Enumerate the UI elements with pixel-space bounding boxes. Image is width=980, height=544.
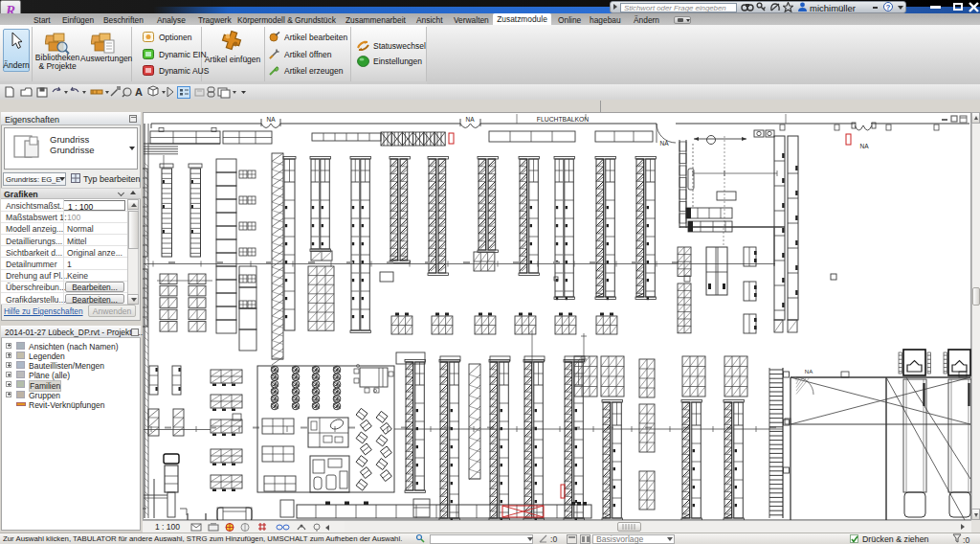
svg-text:NA: NA [266, 116, 276, 123]
svg-text:NA: NA [659, 140, 669, 147]
svg-text:NA: NA [859, 143, 869, 149]
svg-text:NA: NA [465, 116, 475, 123]
svg-text:FLUCHTBALKON: FLUCHTBALKON [537, 116, 589, 123]
svg-text:NA: NA [805, 369, 813, 374]
svg-text:A: A [135, 86, 143, 98]
